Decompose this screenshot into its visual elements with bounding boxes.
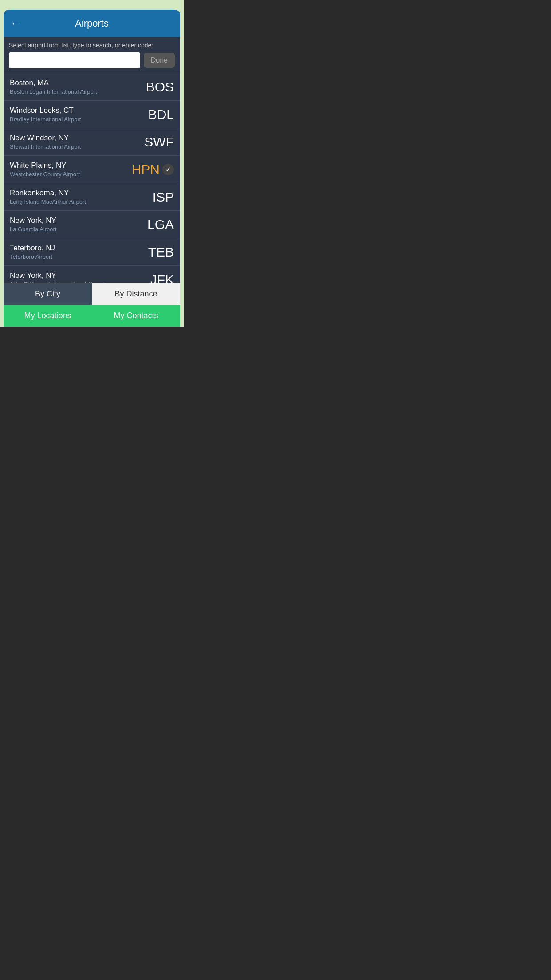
sort-bar: By City By Distance [4, 283, 180, 305]
airports-modal: ← Airports Select airport from list, typ… [4, 10, 180, 327]
airport-city: Boston, MA [10, 79, 134, 87]
my-locations-button[interactable]: My Locations [4, 305, 92, 327]
airport-name: Stewart International Airport [10, 143, 134, 150]
airport-code: HPN [124, 162, 160, 177]
airport-code: ISP [138, 190, 174, 205]
airport-name: Bradley International Airport [10, 116, 134, 122]
modal-header: ← Airports [4, 10, 180, 37]
modal-title: Airports [75, 18, 109, 29]
airport-name: La Guardia Airport [10, 226, 134, 233]
airport-name: Teterboro Airport [10, 253, 134, 260]
sort-by-distance-button[interactable]: By Distance [92, 283, 180, 305]
search-input[interactable] [9, 52, 140, 68]
airport-code: BOS [138, 79, 174, 95]
airport-list-item[interactable]: Boston, MABoston Logan International Air… [4, 73, 180, 101]
airport-code: JFK [138, 272, 174, 283]
search-row: Done [9, 52, 175, 68]
airport-list: Boston, MABoston Logan International Air… [4, 73, 180, 283]
done-button[interactable]: Done [144, 53, 175, 68]
back-button[interactable]: ← [11, 16, 24, 31]
airport-list-item[interactable]: New York, NYLa Guardia AirportLGA [4, 211, 180, 238]
airport-city: White Plains, NY [10, 161, 120, 170]
airport-name: Westchester County Airport [10, 171, 120, 178]
airport-list-item[interactable]: Windsor Locks, CTBradley International A… [4, 101, 180, 128]
back-icon: ← [11, 18, 20, 29]
search-section: Select airport from list, type to search… [4, 37, 180, 73]
airport-city: New Windsor, NY [10, 134, 134, 142]
airport-code: TEB [138, 245, 174, 260]
airport-code: LGA [138, 217, 174, 232]
airport-name: Boston Logan International Airport [10, 88, 134, 95]
airport-code: SWF [138, 134, 174, 150]
airport-list-item[interactable]: Ronkonkoma, NYLong Island MacArthur Airp… [4, 183, 180, 211]
airport-name: Long Island MacArthur Airport [10, 198, 134, 205]
airport-list-item[interactable]: Teterboro, NJTeterboro AirportTEB [4, 238, 180, 266]
airport-list-item[interactable]: White Plains, NYWestchester County Airpo… [4, 156, 180, 183]
search-label: Select airport from list, type to search… [9, 42, 175, 49]
airport-list-item[interactable]: New Windsor, NYStewart International Air… [4, 128, 180, 156]
airport-city: Ronkonkoma, NY [10, 189, 134, 198]
airport-city: Windsor Locks, CT [10, 106, 134, 115]
sort-by-city-button[interactable]: By City [4, 283, 92, 305]
selected-checkmark-icon [162, 164, 174, 175]
airport-city: Teterboro, NJ [10, 244, 134, 253]
airport-list-item[interactable]: New York, NYJohn F. Kennedy Internationa… [4, 266, 180, 283]
airport-code: BDL [138, 107, 174, 122]
airport-city: New York, NY [10, 271, 134, 280]
my-contacts-button[interactable]: My Contacts [92, 305, 180, 327]
airport-city: New York, NY [10, 216, 134, 225]
bottom-nav: My Locations My Contacts [4, 305, 180, 327]
